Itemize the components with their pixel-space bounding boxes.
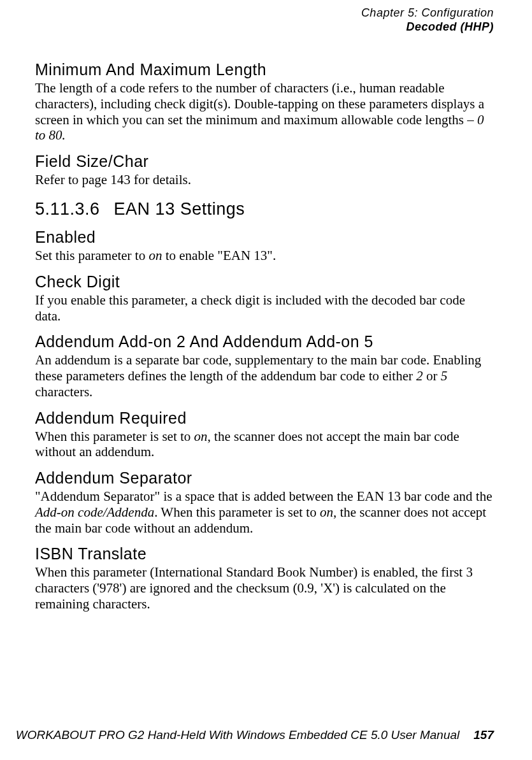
text-italic: on, bbox=[194, 429, 211, 444]
header-section: Decoded (HHP) bbox=[35, 20, 494, 34]
page-number: 157 bbox=[473, 728, 494, 742]
page: Chapter 5: Configuration Decoded (HHP) M… bbox=[0, 0, 532, 760]
header-chapter: Chapter 5: Configuration bbox=[35, 6, 494, 20]
paragraph-check-digit: If you enable this parameter, a check di… bbox=[35, 292, 494, 324]
text-italic: 5 bbox=[441, 368, 448, 384]
heading-min-max-length: Minimum And Maximum Length bbox=[35, 61, 494, 79]
paragraph-addendum-2-5: An addendum is a separate bar code, supp… bbox=[35, 352, 494, 399]
paragraph-addendum-separator: "Addendum Separator" is a space that is … bbox=[35, 489, 494, 536]
paragraph-min-max-length: The length of a code refers to the numbe… bbox=[35, 80, 494, 143]
text-italic: on, bbox=[320, 505, 336, 520]
heading-addendum-separator: Addendum Separator bbox=[35, 469, 494, 487]
paragraph-field-size-char: Refer to page 143 for details. bbox=[35, 172, 494, 188]
text: to enable "EAN 13". bbox=[162, 248, 276, 263]
text-italic: on bbox=[148, 248, 162, 263]
text: An addendum is a separate bar code, supp… bbox=[35, 352, 481, 384]
heading-isbn-translate: ISBN Translate bbox=[35, 545, 494, 563]
heading-ean13-settings: 5.11.3.6EAN 13 Settings bbox=[35, 199, 494, 219]
text: When this parameter is set to bbox=[35, 429, 194, 444]
text: or bbox=[423, 368, 441, 384]
heading-enabled: Enabled bbox=[35, 228, 494, 247]
text: Set this parameter to bbox=[35, 248, 148, 263]
footer-text: WORKABOUT PRO G2 Hand-Held With Windows … bbox=[16, 728, 460, 742]
paragraph-addendum-required: When this parameter is set to on, the sc… bbox=[35, 429, 494, 461]
page-footer: WORKABOUT PRO G2 Hand-Held With Windows … bbox=[0, 728, 494, 742]
heading-addendum-required: Addendum Required bbox=[35, 409, 494, 427]
text-italic: 2 bbox=[416, 368, 423, 384]
heading-check-digit: Check Digit bbox=[35, 273, 494, 291]
paragraph-enabled: Set this parameter to on to enable "EAN … bbox=[35, 248, 494, 264]
text: . When this parameter is set to bbox=[154, 505, 320, 520]
paragraph-isbn-translate: When this parameter (International Stand… bbox=[35, 564, 494, 612]
section-number: 5.11.3.6 bbox=[35, 199, 100, 219]
text: characters. bbox=[35, 384, 92, 399]
text-italic: Add-on code/Addenda bbox=[35, 505, 154, 520]
section-title: EAN 13 Settings bbox=[114, 199, 245, 219]
heading-addendum-2-5: Addendum Add-on 2 And Addendum Add-on 5 bbox=[35, 333, 494, 351]
text: "Addendum Separator" is a space that is … bbox=[35, 489, 492, 504]
running-header: Chapter 5: Configuration Decoded (HHP) bbox=[35, 6, 494, 34]
heading-field-size-char: Field Size/Char bbox=[35, 152, 494, 171]
text: The length of a code refers to the numbe… bbox=[35, 80, 484, 127]
